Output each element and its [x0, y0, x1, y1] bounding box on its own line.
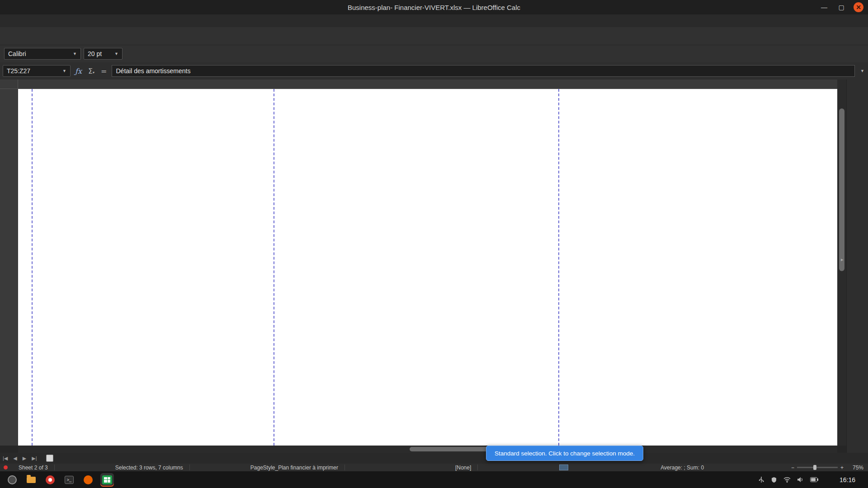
page-style-status[interactable]: PageStyle_Plan financier à imprimer	[244, 465, 345, 470]
app-launcher-icon[interactable]	[5, 473, 19, 487]
chevron-down-icon[interactable]: ▼	[114, 52, 118, 56]
expand-formula-bar-icon[interactable]: ▼	[857, 69, 868, 73]
usb-icon[interactable]	[758, 477, 764, 483]
libreoffice-calc-icon[interactable]	[100, 473, 114, 487]
formula-input[interactable]: Détail des amortissements	[112, 65, 855, 77]
sidebar-tab-bar	[846, 80, 868, 453]
function-wizard-icon[interactable]: ƒx	[75, 67, 82, 75]
font-size-combobox[interactable]: 20 pt▼	[84, 48, 123, 60]
formula-icon[interactable]: =	[101, 67, 107, 75]
security-shield-icon[interactable]	[771, 477, 777, 483]
taskbar: >_ 16:16	[0, 471, 868, 488]
previous-sheet-icon[interactable]: ◀	[10, 455, 19, 461]
zoom-level[interactable]: 75%	[853, 465, 863, 471]
status-bar: Sheet 2 of 3 Selected: 3 rows, 7 columns…	[0, 464, 868, 471]
document-modified-icon	[4, 465, 8, 469]
insert-sheet-icon[interactable]	[46, 455, 53, 462]
zoom-in-icon[interactable]: +	[840, 465, 844, 471]
sum-icon[interactable]: Σ▾	[88, 67, 94, 75]
minimize-button[interactable]: —	[819, 2, 829, 12]
title-bar[interactable]: Business-plan- Financier-VIVERT.xlsx — L…	[0, 0, 868, 14]
selection-mode-tooltip: Standard selection. Click to change sele…	[486, 446, 643, 461]
sidebar-collapse-icon[interactable]: ▸	[841, 257, 844, 263]
window-title: Business-plan- Financier-VIVERT.xlsx — L…	[348, 4, 520, 11]
first-sheet-icon[interactable]: |◀	[0, 455, 10, 461]
menu-bar	[0, 14, 868, 27]
battery-icon[interactable]	[810, 477, 818, 482]
page-break-line	[558, 89, 559, 446]
sheet-tab-bar: |◀ ◀ ▶ ▶|	[0, 453, 868, 464]
sheet-number-status: Sheet 2 of 3	[12, 465, 55, 470]
formatting-toolbar: Calibri▼ 20 pt▼	[0, 45, 868, 62]
page-break-line	[274, 89, 274, 446]
page-break-line	[32, 89, 33, 446]
zoom-slider[interactable]	[797, 467, 838, 468]
files-icon[interactable]	[24, 473, 38, 487]
name-box[interactable]: T25:Z27▼	[3, 65, 71, 77]
sum-average-status[interactable]: Average: ; Sum: 0	[654, 465, 710, 470]
vertical-scrollbar-thumb[interactable]	[839, 108, 844, 271]
last-sheet-icon[interactable]: ▶|	[29, 455, 39, 461]
wifi-icon[interactable]	[783, 477, 791, 483]
chevron-down-icon[interactable]: ▼	[62, 69, 66, 73]
libreoffice-calc-window: Business-plan- Financier-VIVERT.xlsx — L…	[0, 0, 868, 488]
vertical-scrollbar[interactable]	[837, 80, 846, 446]
row-headers[interactable]	[0, 89, 18, 446]
font-name-combobox[interactable]: Calibri▼	[4, 48, 81, 60]
volume-icon[interactable]	[797, 477, 804, 483]
taskbar-clock: 16:16	[840, 476, 855, 483]
selection-mode-icon[interactable]	[559, 465, 568, 470]
standard-toolbar	[0, 27, 868, 45]
next-sheet-icon[interactable]: ▶	[20, 455, 29, 461]
select-all-corner[interactable]	[0, 80, 18, 89]
column-headers[interactable]	[18, 80, 837, 89]
maximize-button[interactable]: ▢	[836, 2, 846, 12]
insert-mode-status[interactable]: [None]	[449, 465, 478, 470]
zoom-out-icon[interactable]: −	[791, 465, 794, 471]
selection-status: Selected: 3 rows, 7 columns	[109, 465, 190, 470]
spreadsheet-grid[interactable]	[18, 89, 837, 446]
horizontal-scrollbar[interactable]	[18, 446, 837, 453]
chevron-down-icon[interactable]: ▼	[73, 52, 77, 56]
terminal-icon[interactable]: >_	[62, 473, 76, 487]
media-app-icon[interactable]	[43, 473, 57, 487]
formula-bar: T25:Z27▼ ƒx Σ▾ = Détail des amortissemen…	[0, 62, 868, 80]
close-button[interactable]: ✕	[854, 2, 863, 12]
browser-icon[interactable]	[81, 473, 95, 487]
